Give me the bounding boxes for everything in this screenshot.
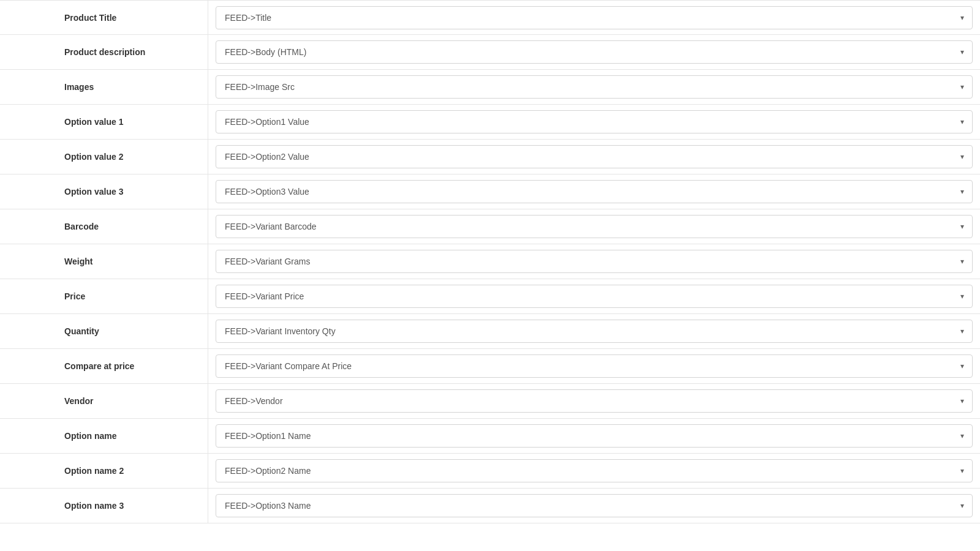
form-row-option-name-2: Option name 2FEED->Option2 Name▾	[0, 454, 980, 489]
label-compare-at-price: Compare at price	[0, 349, 208, 383]
label-images: Images	[0, 70, 208, 104]
form-row-weight: WeightFEED->Variant Grams▾	[0, 244, 980, 279]
label-weight: Weight	[0, 244, 208, 279]
label-option-name-3: Option name 3	[0, 489, 208, 523]
select-wrapper-option-value-3: FEED->Option3 Value▾	[208, 174, 980, 209]
select-option-name[interactable]: FEED->Option1 Name	[216, 424, 973, 448]
select-wrapper-images: FEED->Image Src▾	[208, 70, 980, 104]
select-option-name-3[interactable]: FEED->Option3 Name	[216, 494, 973, 517]
select-weight[interactable]: FEED->Variant Grams	[216, 250, 973, 273]
form-row-compare-at-price: Compare at priceFEED->Variant Compare At…	[0, 349, 980, 384]
form-row-images: ImagesFEED->Image Src▾	[0, 70, 980, 105]
select-wrapper-option-value-1: FEED->Option1 Value▾	[208, 105, 980, 139]
select-price[interactable]: FEED->Variant Price	[216, 285, 973, 308]
label-barcode: Barcode	[0, 209, 208, 244]
select-wrapper-price: FEED->Variant Price▾	[208, 279, 980, 313]
form-row-option-name: Option nameFEED->Option1 Name▾	[0, 419, 980, 454]
form-container: Product TitleFEED->Title▾Product descrip…	[0, 0, 980, 551]
select-quantity[interactable]: FEED->Variant Inventory Qty	[216, 320, 973, 343]
select-option-value-2[interactable]: FEED->Option2 Value	[216, 145, 973, 168]
label-option-value-3: Option value 3	[0, 174, 208, 209]
select-wrapper-compare-at-price: FEED->Variant Compare At Price▾	[208, 349, 980, 383]
form-row-vendor: VendorFEED->Vendor▾	[0, 384, 980, 419]
select-wrapper-barcode: FEED->Variant Barcode▾	[208, 209, 980, 244]
select-wrapper-product-title: FEED->Title▾	[208, 1, 980, 34]
label-option-value-1: Option value 1	[0, 105, 208, 139]
form-row-option-name-3: Option name 3FEED->Option3 Name▾	[0, 489, 980, 523]
label-product-title: Product Title	[0, 1, 208, 34]
select-vendor[interactable]: FEED->Vendor	[216, 389, 973, 413]
select-images[interactable]: FEED->Image Src	[216, 75, 973, 99]
label-quantity: Quantity	[0, 314, 208, 348]
select-wrapper-option-name: FEED->Option1 Name▾	[208, 419, 980, 453]
label-option-name-2: Option name 2	[0, 454, 208, 488]
form-row-product-description: Product descriptionFEED->Body (HTML)▾	[0, 35, 980, 70]
label-product-description: Product description	[0, 35, 208, 69]
select-barcode[interactable]: FEED->Variant Barcode	[216, 215, 973, 238]
form-row-option-value-3: Option value 3FEED->Option3 Value▾	[0, 174, 980, 209]
form-row-option-value-2: Option value 2FEED->Option2 Value▾	[0, 140, 980, 174]
select-wrapper-option-name-2: FEED->Option2 Name▾	[208, 454, 980, 488]
select-option-value-1[interactable]: FEED->Option1 Value	[216, 110, 973, 133]
form-row-price: PriceFEED->Variant Price▾	[0, 279, 980, 314]
select-wrapper-weight: FEED->Variant Grams▾	[208, 244, 980, 279]
select-product-title[interactable]: FEED->Title	[216, 6, 973, 29]
select-compare-at-price[interactable]: FEED->Variant Compare At Price	[216, 354, 973, 378]
select-wrapper-option-value-2: FEED->Option2 Value▾	[208, 140, 980, 174]
select-product-description[interactable]: FEED->Body (HTML)	[216, 40, 973, 64]
select-wrapper-product-description: FEED->Body (HTML)▾	[208, 35, 980, 69]
form-row-option-value-1: Option value 1FEED->Option1 Value▾	[0, 105, 980, 140]
form-row-quantity: QuantityFEED->Variant Inventory Qty▾	[0, 314, 980, 349]
label-price: Price	[0, 279, 208, 313]
form-row-product-title: Product TitleFEED->Title▾	[0, 0, 980, 35]
form-row-barcode: BarcodeFEED->Variant Barcode▾	[0, 209, 980, 244]
select-option-value-3[interactable]: FEED->Option3 Value	[216, 180, 973, 203]
select-wrapper-vendor: FEED->Vendor▾	[208, 384, 980, 418]
label-option-value-2: Option value 2	[0, 140, 208, 174]
select-wrapper-option-name-3: FEED->Option3 Name▾	[208, 489, 980, 523]
label-vendor: Vendor	[0, 384, 208, 418]
label-option-name: Option name	[0, 419, 208, 453]
select-option-name-2[interactable]: FEED->Option2 Name	[216, 459, 973, 482]
select-wrapper-quantity: FEED->Variant Inventory Qty▾	[208, 314, 980, 348]
